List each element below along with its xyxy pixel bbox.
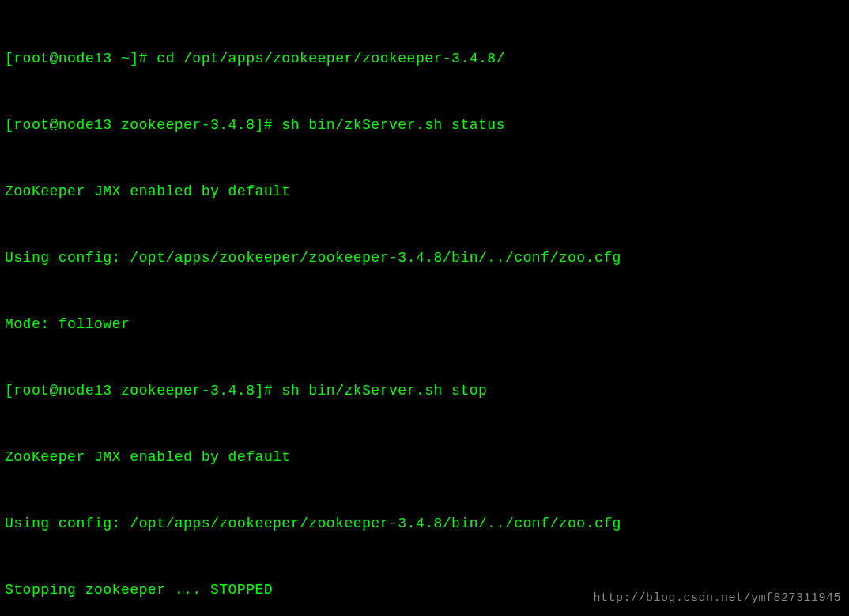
terminal-line: [root@node13 ~]# cd /opt/apps/zookeeper/… <box>5 47 844 70</box>
terminal-line: ZooKeeper JMX enabled by default <box>5 180 844 202</box>
terminal-line: Using config: /opt/apps/zookeeper/zookee… <box>5 512 844 535</box>
terminal-line: [root@node13 zookeeper-3.4.8]# sh bin/zk… <box>5 380 844 402</box>
watermark-text: http://blog.csdn.net/ymf827311945 <box>593 588 841 610</box>
terminal-output[interactable]: [root@node13 ~]# cd /opt/apps/zookeeper/… <box>5 3 844 616</box>
terminal-line: Using config: /opt/apps/zookeeper/zookee… <box>5 247 844 269</box>
terminal-line: Mode: follower <box>5 313 844 335</box>
terminal-line: [root@node13 zookeeper-3.4.8]# sh bin/zk… <box>5 114 844 136</box>
terminal-line: ZooKeeper JMX enabled by default <box>5 446 844 468</box>
